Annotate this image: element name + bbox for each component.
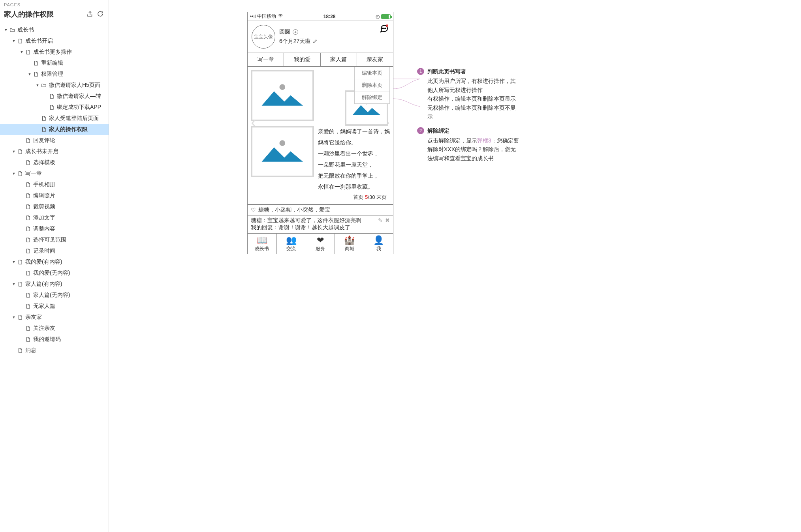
tree-item[interactable]: 微信邀请家人—转 <box>0 91 109 102</box>
tree-item-label: 裁剪视频 <box>33 203 55 210</box>
tree-item[interactable]: 记录时间 <box>0 245 109 257</box>
tree-item[interactable]: ▼我的爱(有内容) <box>0 257 109 268</box>
svg-point-3 <box>386 24 388 27</box>
tree-item[interactable]: ▼成长书开启 <box>0 36 109 47</box>
tree-item[interactable]: ▼成长书未开启 <box>0 146 109 157</box>
page-icon <box>49 94 55 99</box>
tree-item[interactable]: ▼微信邀请家人H5页面 <box>0 80 109 91</box>
tree-item[interactable]: 编辑照片 <box>0 190 109 201</box>
page-icon <box>25 204 31 210</box>
tree-item[interactable]: 调整内容 <box>0 223 109 234</box>
avatar[interactable]: 宝宝头像 <box>252 25 275 49</box>
disclosure-triangle-icon[interactable]: ▼ <box>11 38 17 44</box>
dropdown-item[interactable]: 删除本页 <box>355 79 389 92</box>
comment-row: 糖糖：宝宝越来越可爱了，这件衣服好漂亮啊 我的回复：谢谢！谢谢！越长大越调皮了 … <box>248 215 393 233</box>
top-tab[interactable]: 写一章 <box>248 53 284 66</box>
alarm-icon: ◴ <box>376 14 380 19</box>
svg-marker-7 <box>353 105 380 115</box>
tree-item[interactable]: 消息 <box>0 345 109 356</box>
annotation-link[interactable]: 弹框3 <box>477 137 491 144</box>
bottom-tab[interactable]: 🏰商城 <box>335 234 364 254</box>
tree-item[interactable]: 关注亲友 <box>0 323 109 334</box>
disclosure-triangle-icon[interactable]: ▼ <box>27 71 32 77</box>
bottom-tab[interactable]: ❤服务 <box>306 234 335 254</box>
disclosure-triangle-icon[interactable]: ▼ <box>11 281 17 287</box>
disclosure-triangle-icon <box>19 138 24 143</box>
design-canvas: ••ıl 中国移动 18:28 ◴ 宝宝头像 圆圆 + 6个月27天啦 <box>109 0 801 532</box>
pager[interactable]: 首页 5/30 末页 <box>251 192 390 201</box>
page-icon <box>17 348 23 353</box>
add-icon[interactable]: + <box>293 29 298 35</box>
top-tabs: 写一章我的爱家人篇亲友家 <box>248 53 393 67</box>
annotation-title: 判断此页书写者 <box>427 67 520 76</box>
annotation-item: 1判断此页书写者此页为用户所写，有权进行操作，其他人所写无权进行操作有权操作，编… <box>417 67 520 121</box>
tree-item[interactable]: ▼家人篇(有内容) <box>0 279 109 290</box>
tree-item[interactable]: 选择可见范围 <box>0 234 109 245</box>
wifi-icon <box>278 13 283 19</box>
top-tab[interactable]: 我的爱 <box>284 53 320 66</box>
tree-item[interactable]: 添加文字 <box>0 212 109 223</box>
disclosure-triangle-icon[interactable]: ▼ <box>19 49 24 55</box>
prev-page-arrow[interactable]: ‹ <box>248 110 259 134</box>
tree-item[interactable]: 选择模板 <box>0 157 109 168</box>
tree-item[interactable]: ▼成长书更多操作 <box>0 47 109 58</box>
dropdown-item[interactable]: 编辑本页 <box>355 67 389 79</box>
tree-item[interactable]: 我的爱(无内容) <box>0 268 109 279</box>
tree-item[interactable]: 家人篇(无内容) <box>0 290 109 301</box>
baby-age: 6个月27天啦 <box>279 38 310 45</box>
disclosure-triangle-icon <box>19 337 24 342</box>
annotation-body: 点击解除绑定，显示弹框3：您确定要解除对XXX的绑定吗？解除后，您无法编写和查看… <box>427 136 520 163</box>
page-icon <box>25 193 31 199</box>
disclosure-triangle-icon[interactable]: ▼ <box>11 315 17 320</box>
tree-item[interactable]: 裁剪视频 <box>0 201 109 212</box>
tree-item[interactable]: 回复评论 <box>0 135 109 146</box>
page-icon <box>25 226 31 232</box>
page-icon <box>25 248 31 254</box>
tab-icon: 🏰 <box>335 236 364 245</box>
top-tab[interactable]: 亲友家 <box>357 53 393 66</box>
svg-marker-9 <box>262 148 303 162</box>
page-icon <box>17 38 23 44</box>
tree-item[interactable]: 手机相册 <box>0 179 109 190</box>
tree-item[interactable]: ▼权限管理 <box>0 69 109 80</box>
tree-item[interactable]: ▼成长书 <box>0 24 109 36</box>
disclosure-triangle-icon[interactable]: ▼ <box>11 171 17 176</box>
edit-age-icon[interactable] <box>313 38 318 45</box>
page-icon <box>25 138 31 143</box>
chat-icon[interactable] <box>379 24 389 35</box>
page-icon <box>33 60 39 66</box>
disclosure-triangle-icon <box>19 226 24 232</box>
edit-comment-icon[interactable]: ✎ <box>378 217 383 223</box>
tree-item-label: 我的爱(无内容) <box>33 270 70 277</box>
tree-item[interactable]: 家人的操作权限 <box>0 124 109 135</box>
delete-comment-icon[interactable]: ✖ <box>385 217 390 223</box>
disclosure-triangle-icon[interactable]: ▼ <box>11 259 17 265</box>
tree-item[interactable]: 我的邀请码 <box>0 334 109 345</box>
tree-item[interactable]: ▼写一章 <box>0 168 109 179</box>
top-tab[interactable]: 家人篇 <box>321 53 357 66</box>
photo-placeholder[interactable] <box>251 126 314 177</box>
tree-item[interactable]: 无家人篇 <box>0 301 109 312</box>
bottom-tab[interactable]: 📖成长书 <box>248 234 277 254</box>
page-actions-dropdown: 编辑本页删除本页解除绑定 <box>354 67 390 104</box>
tree-item-label: 成长书更多操作 <box>33 49 72 56</box>
dropdown-item[interactable]: 解除绑定 <box>355 92 389 103</box>
share-icon[interactable] <box>86 10 94 18</box>
tree-item[interactable]: 重新编辑 <box>0 58 109 69</box>
folder-icon <box>9 27 15 33</box>
disclosure-triangle-icon <box>19 160 24 165</box>
tree-item[interactable]: 绑定成功下载APP <box>0 102 109 113</box>
refresh-icon[interactable] <box>97 10 105 18</box>
disclosure-triangle-icon[interactable]: ▼ <box>11 149 17 154</box>
svg-point-1 <box>384 28 384 29</box>
disclosure-triangle-icon <box>43 105 48 110</box>
tree-item[interactable]: ▼亲友家 <box>0 312 109 323</box>
bottom-tab[interactable]: 👤我 <box>364 234 393 254</box>
likes-row[interactable]: ♡ 糖糖，小迷糊，小突然，爱宝 <box>248 204 393 215</box>
disclosure-triangle-icon[interactable]: ▼ <box>3 27 9 33</box>
photo-placeholder[interactable] <box>251 70 314 121</box>
disclosure-triangle-icon[interactable]: ▼ <box>35 82 40 88</box>
tree-item[interactable]: 家人受邀登陆后页面 <box>0 113 109 124</box>
bottom-tab[interactable]: 👥交流 <box>277 234 306 254</box>
svg-point-8 <box>280 140 286 146</box>
